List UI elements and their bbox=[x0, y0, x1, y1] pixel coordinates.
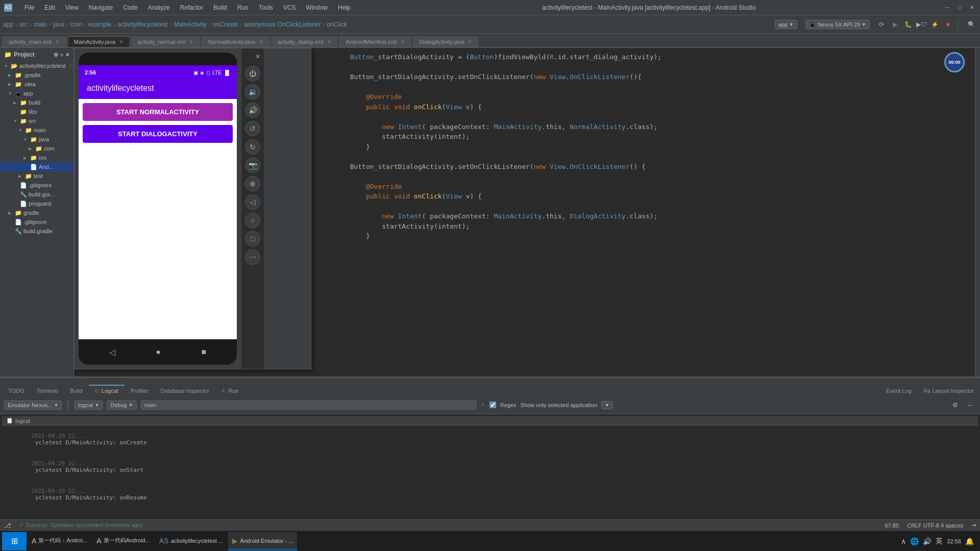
tree-item-com[interactable]: ▶ 📁 com bbox=[0, 144, 74, 153]
tab-todo[interactable]: TODO bbox=[2, 385, 31, 396]
start-dialogactivity-button[interactable]: START DIALOGACTIVITY bbox=[83, 125, 233, 143]
breadcrumb-oncreate[interactable]: onCreate bbox=[213, 21, 238, 28]
emulator-filter-dropdown[interactable]: Emulator Nexus... ▼ bbox=[4, 400, 62, 410]
process-filter-dropdown[interactable]: logcat ▼ bbox=[75, 400, 103, 410]
debug-button[interactable]: 🐛 bbox=[902, 19, 914, 30]
square-nav-button[interactable]: □ bbox=[245, 231, 260, 246]
taskbar-item-code2[interactable]: A 第一代码Android... bbox=[92, 532, 154, 550]
power-button[interactable]: ⏻ bbox=[245, 66, 260, 81]
tree-item-main[interactable]: ▼ 📁 main bbox=[0, 126, 74, 135]
network-icon[interactable]: 🌐 bbox=[910, 537, 919, 545]
tree-item-app[interactable]: ▼ 📱 app bbox=[0, 89, 74, 98]
taskbar-item-code1[interactable]: A 第一代码：Androi... bbox=[28, 532, 91, 550]
breadcrumb-main[interactable]: main bbox=[34, 21, 47, 28]
logcat-minimize-button[interactable]: ─ bbox=[965, 399, 976, 411]
home-button[interactable]: ● bbox=[156, 347, 161, 357]
tree-item-proguard[interactable]: 📄 proguard bbox=[0, 199, 74, 208]
logcat-settings-button[interactable]: ⚙ bbox=[949, 399, 961, 411]
tab-logcat[interactable]: 6: Logcat bbox=[89, 385, 125, 396]
menu-window[interactable]: Window bbox=[302, 3, 332, 12]
tree-item-gitignore-app[interactable]: 📄 .gitignore bbox=[0, 181, 74, 190]
recents-button[interactable]: ■ bbox=[202, 347, 207, 357]
breadcrumb-example[interactable]: example bbox=[88, 21, 111, 28]
breadcrumb-java[interactable]: java bbox=[53, 21, 64, 28]
tab-event-log[interactable]: Event Log bbox=[880, 385, 918, 396]
tree-item-buildgradle-root[interactable]: 🔧 build.gradle bbox=[0, 227, 74, 236]
breadcrumb-package[interactable]: activitylifecycletest bbox=[117, 21, 168, 28]
menu-help[interactable]: Help bbox=[334, 3, 355, 12]
volume-up-button[interactable]: 🔊 bbox=[245, 103, 260, 118]
close-icon[interactable]: ✕ bbox=[56, 39, 60, 44]
tab-normalactivity-java[interactable]: NormalActivity.java ✕ bbox=[201, 36, 270, 47]
sidebar-collapse-icon[interactable]: ≡ bbox=[60, 52, 63, 58]
tab-run[interactable]: 4: Run bbox=[215, 385, 244, 396]
minimize-button[interactable]: ─ bbox=[943, 4, 951, 12]
level-filter-dropdown[interactable]: Debug ▼ bbox=[107, 400, 136, 410]
tab-database-inspector[interactable]: Database Inspector bbox=[155, 385, 215, 396]
maximize-button[interactable]: □ bbox=[955, 4, 964, 12]
profile-button[interactable]: ⚡ bbox=[929, 19, 940, 30]
close-icon[interactable]: ✕ bbox=[401, 39, 405, 44]
start-normalactivity-button[interactable]: START NORMALACTIVITY bbox=[83, 103, 233, 121]
tree-item-java[interactable]: ▼ 📁 java bbox=[0, 135, 74, 144]
tab-build[interactable]: Build bbox=[64, 385, 88, 396]
menu-tools[interactable]: Tools bbox=[255, 3, 277, 12]
start-button[interactable]: ⊞ bbox=[2, 532, 27, 550]
input-lang-icon[interactable]: 英 bbox=[936, 537, 943, 546]
tree-item-gradle-root[interactable]: ▶ 📁 gradle bbox=[0, 208, 74, 217]
emulator-close-button[interactable]: ✕ bbox=[254, 53, 262, 61]
rotate-left-button[interactable]: ↺ bbox=[245, 121, 260, 136]
tab-activity-dialog-xml[interactable]: activity_dialog.xml ✕ bbox=[271, 36, 338, 47]
run-coverage-button[interactable]: ▶🛡 bbox=[916, 19, 927, 30]
tab-terminal[interactable]: Terminal bbox=[31, 385, 64, 396]
tab-activity-normal-xml[interactable]: activity_normal.xml ✕ bbox=[131, 36, 201, 47]
tray-chevron-icon[interactable]: ∧ bbox=[901, 537, 906, 545]
close-icon[interactable]: ✕ bbox=[327, 39, 331, 44]
more-button[interactable]: ⋯ bbox=[245, 249, 260, 265]
indent-icon[interactable]: ⇥ bbox=[971, 522, 976, 529]
notification-icon[interactable]: 🔔 bbox=[965, 537, 974, 545]
breadcrumb-class[interactable]: MainActivity bbox=[174, 21, 207, 28]
tree-item-res[interactable]: ▶ 📁 res bbox=[0, 153, 74, 162]
close-icon[interactable]: ✕ bbox=[189, 39, 193, 44]
tree-item-test[interactable]: ▶ 📁 test bbox=[0, 171, 74, 181]
breadcrumb-onclick[interactable]: onClick bbox=[327, 21, 347, 28]
close-button[interactable]: ✕ bbox=[968, 4, 976, 12]
breadcrumb-src[interactable]: src bbox=[19, 21, 28, 28]
clear-search-icon[interactable]: ✕ bbox=[480, 402, 485, 409]
close-icon[interactable]: ✕ bbox=[119, 39, 124, 44]
screenshot-button[interactable]: 📷 bbox=[245, 158, 260, 173]
sidebar-close-icon[interactable]: ✕ bbox=[65, 52, 69, 58]
back-nav-button[interactable]: ◁ bbox=[245, 194, 260, 210]
stop-button[interactable]: ■ bbox=[942, 19, 953, 30]
tab-layout-inspector[interactable]: Fa Layout Inspector bbox=[918, 385, 980, 396]
back-button[interactable]: ◁ bbox=[109, 347, 115, 357]
tab-androidmanifest-xml[interactable]: AndroidManifest.xml ✕ bbox=[339, 36, 411, 47]
volume-down-button[interactable]: 🔉 bbox=[245, 84, 260, 99]
menu-run[interactable]: Run bbox=[233, 3, 253, 12]
breadcrumb-listener[interactable]: anonymous OnClickListener bbox=[244, 21, 321, 28]
tree-item-root[interactable]: ▼ 📂 activitylifecycletest C:\Users\Adm..… bbox=[0, 61, 74, 70]
rotate-right-button[interactable]: ↻ bbox=[245, 139, 260, 155]
run-button[interactable]: ▶ bbox=[889, 19, 900, 30]
volume-icon[interactable]: 🔊 bbox=[923, 537, 932, 545]
tree-item-libs[interactable]: 📁 libs bbox=[0, 107, 74, 116]
menu-file[interactable]: File bbox=[20, 3, 38, 12]
taskbar-item-emulator[interactable]: ▶ Android Emulator - ... bbox=[228, 532, 297, 550]
menu-analyze[interactable]: Analyze bbox=[144, 3, 174, 12]
device-dropdown[interactable]: 📱 Nexus 5X API 29 ▼ bbox=[805, 20, 870, 29]
tree-item-buildgradle-app[interactable]: 🔧 build.gra... bbox=[0, 190, 74, 199]
logcat-search-input[interactable] bbox=[141, 400, 476, 410]
regex-checkbox[interactable] bbox=[489, 402, 496, 408]
tree-item-idea[interactable]: ▶ 📁 .idea bbox=[0, 80, 74, 89]
sync-button[interactable]: ⟳ bbox=[876, 19, 887, 30]
system-clock[interactable]: 22:56 bbox=[947, 538, 961, 544]
tree-item-src[interactable]: ▼ 📁 src bbox=[0, 116, 74, 126]
menu-vcs[interactable]: VCS bbox=[279, 3, 300, 12]
breadcrumb-app[interactable]: app bbox=[3, 21, 13, 28]
menu-edit[interactable]: Edit bbox=[40, 3, 59, 12]
tree-item-gitignore-root[interactable]: 📄 .gitignore bbox=[0, 217, 74, 227]
sidebar-settings-icon[interactable]: ⚙ bbox=[54, 52, 58, 58]
zoom-button[interactable]: ⊕ bbox=[245, 176, 260, 191]
tree-item-build[interactable]: ▶ 📁 build bbox=[0, 98, 74, 107]
